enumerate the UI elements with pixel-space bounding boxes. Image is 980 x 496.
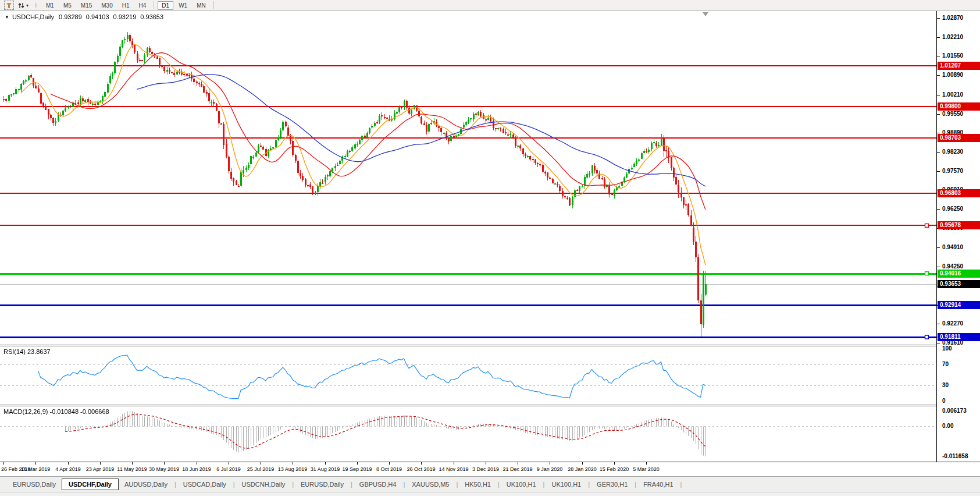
price-tick-label: 1.01550 (942, 52, 963, 59)
toolbar-separator (154, 1, 154, 9)
line-price-badge: 0.94016 (938, 270, 980, 278)
date-tick-label: 8 Oct 2019 (376, 466, 402, 472)
date-tick-mark (550, 462, 550, 465)
date-axis[interactable]: 26 Feb 201916 Mar 20194 Apr 201923 Apr 2… (0, 462, 980, 476)
chart-tab-eurusd-daily[interactable]: EURUSD,Daily (7, 479, 62, 490)
rsi-axis-label: 70 (942, 361, 949, 367)
line-price-badge: 1.01207 (938, 62, 980, 70)
chart-tab-xauusd-m5[interactable]: XAUUSD,M5 (406, 479, 455, 490)
trading-platform-window: T ▾ M1M5M15M30H1H4D1W1MN ▼ USDCHF,Daily … (0, 0, 980, 496)
price-tick-mark (937, 56, 940, 56)
price-tick-label: 1.02870 (942, 15, 963, 21)
chart-tab-uk100-h1[interactable]: UK100,H1 (546, 479, 587, 490)
price-tick-mark (937, 95, 940, 95)
date-tick-mark (518, 462, 518, 465)
date-tick-label: 6 Jul 2019 (216, 466, 241, 472)
date-tick-label: 3 Dec 2019 (472, 466, 499, 472)
chart-tab-fra40-h1[interactable]: FRA40,H1 (637, 479, 679, 490)
chart-tab-usdchf-daily[interactable]: USDCHF,Daily (62, 479, 119, 490)
rsi-label: RSI(14) 23.8637 (3, 348, 51, 355)
arrows-tool-button[interactable]: ▾ (17, 2, 28, 9)
macd-pane-splitter[interactable] (0, 405, 980, 406)
date-tick-mark (389, 462, 390, 465)
price-tick-label: 0.99550 (942, 111, 963, 117)
main-chart-canvas[interactable] (0, 11, 980, 345)
line-price-badge: 0.99800 (938, 102, 980, 111)
bottom-strip (0, 492, 980, 496)
chart-tab-ger30-h1[interactable]: GER30,H1 (591, 479, 633, 490)
tab-separator: | (587, 481, 591, 488)
date-tick-mark (582, 462, 583, 465)
chevron-down-icon[interactable]: ▾ (26, 3, 28, 8)
date-tick-mark (68, 462, 69, 465)
timeframe-button-h1[interactable]: H1 (118, 1, 134, 10)
collapse-caret-icon[interactable]: ▼ (5, 15, 9, 20)
macd-axis-max-label: 0.006173 (942, 408, 967, 414)
chart-tab-usdcad-daily[interactable]: USDCAD,Daily (177, 479, 232, 490)
chart-tab-hk50-h1[interactable]: HK50,H1 (459, 479, 497, 490)
date-tick-mark (614, 462, 615, 465)
timeframe-button-m15[interactable]: M15 (77, 1, 96, 10)
timeframe-button-group: M1M5M15M30H1H4D1W1MN (41, 1, 217, 10)
timeframe-button-mn[interactable]: MN (193, 1, 210, 10)
date-tick-mark (35, 462, 36, 465)
toolbar-grip[interactable] (35, 2, 37, 9)
rsi-pane-splitter[interactable] (0, 345, 980, 346)
date-tick-mark (325, 462, 326, 465)
line-price-badge: 0.95678 (938, 221, 980, 229)
line-price-badge: 0.96803 (938, 189, 980, 197)
date-tick-mark (100, 462, 101, 465)
text-label-tool-button[interactable]: T (4, 1, 14, 10)
tab-separator: | (497, 481, 501, 488)
chart-tab-uk100-h1[interactable]: UK100,H1 (501, 479, 542, 490)
price-tick-mark (937, 267, 940, 267)
date-tick-label: 25 Jul 2019 (247, 466, 275, 472)
date-tick-mark (164, 462, 165, 465)
price-tick-mark (937, 171, 940, 172)
chart-tab-eurusd-daily[interactable]: EURUSD,Daily (295, 479, 350, 490)
ohlc-open-value: 0.93289 (59, 13, 82, 20)
price-tick-mark (937, 18, 940, 19)
arrows-icon (17, 2, 25, 9)
chart-tab-audusd-daily[interactable]: AUDUSD,Daily (119, 479, 173, 490)
line-price-badge: 0.92914 (938, 301, 980, 309)
date-tick-label: 31 Aug 2019 (311, 466, 340, 472)
price-tick-mark (937, 133, 940, 133)
rsi-axis-label: 100 (942, 345, 952, 352)
price-tick-label: 0.94910 (942, 244, 963, 250)
date-tick-label: 26 Oct 2019 (407, 466, 435, 472)
price-axis[interactable]: 1.028701.022101.015501.008901.002100.995… (936, 11, 980, 462)
date-tick-label: 19 Sep 2019 (342, 466, 372, 472)
chart-tab-usdcnh-daily[interactable]: USDCNH,Daily (236, 479, 291, 490)
date-tick-label: 30 May 2019 (149, 466, 179, 472)
price-tick-mark (937, 324, 940, 324)
date-tick-label: 9 Jan 2020 (537, 466, 563, 472)
tab-separator: | (633, 481, 637, 488)
tab-separator: | (455, 481, 459, 488)
chart-tab-gbpusd-h4[interactable]: GBPUSD,H4 (354, 479, 402, 490)
date-tick-label: 18 Jun 2019 (182, 466, 211, 472)
current-price-badge: 0.93653 (938, 280, 980, 288)
timeframe-button-w1[interactable]: W1 (174, 1, 191, 10)
timeframe-button-m30[interactable]: M30 (97, 1, 116, 10)
date-tick-label: 16 Mar 2019 (21, 466, 51, 472)
timeframe-button-m5[interactable]: M5 (59, 1, 76, 10)
date-tick-label: 5 Mar 2020 (633, 466, 660, 472)
price-tick-mark (937, 114, 940, 115)
timeframe-button-m1[interactable]: M1 (42, 1, 58, 10)
date-tick-label: 4 Apr 2019 (55, 466, 81, 472)
date-tick-mark (261, 462, 261, 465)
date-tick-mark (646, 462, 647, 465)
macd-label: MACD(12,26,9) -0.010848 -0.006668 (3, 408, 109, 415)
timeframe-button-h4[interactable]: H4 (135, 1, 151, 10)
top-toolbar: T ▾ M1M5M15M30H1H4D1W1MN (0, 0, 980, 11)
rsi-indicator-canvas[interactable] (0, 346, 980, 405)
price-tick-mark (937, 75, 940, 76)
date-tick-mark (357, 462, 358, 465)
timeframe-button-d1[interactable]: D1 (158, 1, 173, 10)
macd-indicator-canvas[interactable] (0, 406, 980, 462)
price-tick-label: 0.92270 (942, 320, 963, 327)
date-tick-mark (454, 462, 454, 465)
tab-separator: | (350, 481, 354, 488)
date-tick-label: 15 Feb 2020 (600, 466, 629, 472)
